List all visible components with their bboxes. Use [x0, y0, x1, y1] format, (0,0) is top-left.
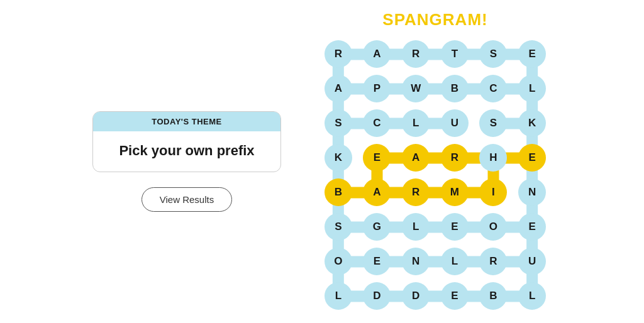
letter-1-2: W [402, 75, 430, 102]
cell-1-3[interactable]: B [435, 72, 474, 106]
cell-6-2[interactable]: N [396, 244, 435, 279]
letter-4-2: R [402, 178, 430, 206]
letter-0-4: S [479, 40, 507, 68]
cell-7-5[interactable]: L [513, 279, 552, 314]
cell-3-2[interactable]: A [396, 141, 435, 175]
letter-3-2: A [402, 144, 430, 172]
cell-3-3[interactable]: R [435, 141, 474, 175]
cell-0-2[interactable]: R [396, 37, 435, 72]
letter-6-1: E [363, 248, 391, 275]
letter-7-2: D [402, 282, 430, 310]
cell-0-5[interactable]: E [513, 37, 552, 72]
letter-6-0: O [325, 248, 352, 275]
cell-1-2[interactable]: W [396, 72, 435, 106]
right-panel: SPANGRAM! RARTSEAPWBCLSCLUSKKEARHEBARMIN… [319, 10, 552, 314]
letter-1-3: B [441, 75, 469, 102]
letter-2-3: U [441, 109, 469, 137]
letter-5-5: E [518, 213, 546, 241]
cell-4-4[interactable]: I [474, 175, 513, 210]
cell-1-4[interactable]: C [474, 72, 513, 106]
cell-1-5[interactable]: L [513, 72, 552, 106]
cell-5-2[interactable]: L [396, 210, 435, 244]
cell-4-3[interactable]: M [435, 175, 474, 210]
letter-1-0: A [325, 75, 352, 102]
letter-4-5: N [518, 178, 546, 206]
cell-3-0[interactable]: K [319, 141, 358, 175]
cell-7-0[interactable]: L [319, 279, 358, 314]
cell-2-1[interactable]: C [358, 106, 397, 141]
letter-7-5: L [518, 282, 546, 310]
cell-6-1[interactable]: E [358, 244, 397, 279]
letter-6-3: L [441, 248, 469, 275]
left-panel: TODAY'S THEME Pick your own prefix View … [92, 111, 281, 212]
cell-0-4[interactable]: S [474, 37, 513, 72]
cell-2-4[interactable]: S [474, 106, 513, 141]
cell-5-5[interactable]: E [513, 210, 552, 244]
letter-4-4: I [479, 178, 507, 206]
cell-1-1[interactable]: P [358, 72, 397, 106]
cell-0-1[interactable]: A [358, 37, 397, 72]
letter-7-4: B [479, 282, 507, 310]
spangram-title: SPANGRAM! [382, 10, 487, 30]
cell-2-0[interactable]: S [319, 106, 358, 141]
letter-7-1: D [363, 282, 391, 310]
letter-4-3: M [441, 178, 469, 206]
letter-5-0: S [325, 213, 352, 241]
page-container: TODAY'S THEME Pick your own prefix View … [0, 0, 644, 323]
cell-6-4[interactable]: R [474, 244, 513, 279]
cell-4-5[interactable]: N [513, 175, 552, 210]
cell-5-1[interactable]: G [358, 210, 397, 244]
cell-5-0[interactable]: S [319, 210, 358, 244]
letter-6-5: U [518, 248, 546, 275]
cell-7-3[interactable]: E [435, 279, 474, 314]
theme-title: Pick your own prefix [93, 131, 280, 172]
theme-label: TODAY'S THEME [93, 112, 280, 131]
cell-4-2[interactable]: R [396, 175, 435, 210]
letter-5-1: G [363, 213, 391, 241]
letter-0-1: A [363, 40, 391, 68]
cell-3-5[interactable]: E [513, 141, 552, 175]
theme-card: TODAY'S THEME Pick your own prefix [92, 111, 281, 172]
letter-0-5: E [518, 40, 546, 68]
cell-6-3[interactable]: L [435, 244, 474, 279]
grid-wrapper: RARTSEAPWBCLSCLUSKKEARHEBARMINSGLEOEOENL… [319, 37, 552, 314]
letter-2-1: C [363, 109, 391, 137]
letter-4-1: A [363, 178, 391, 206]
letter-1-5: L [518, 75, 546, 102]
letter-0-0: R [325, 40, 352, 68]
letter-2-0: S [325, 109, 352, 137]
letter-6-2: N [402, 248, 430, 275]
cell-7-4[interactable]: B [474, 279, 513, 314]
letter-grid: RARTSEAPWBCLSCLUSKKEARHEBARMINSGLEOEOENL… [319, 37, 552, 314]
letter-7-3: E [441, 282, 469, 310]
view-results-button[interactable]: View Results [142, 187, 232, 212]
letter-3-1: E [363, 144, 391, 172]
cell-0-0[interactable]: R [319, 37, 358, 72]
letter-0-2: R [402, 40, 430, 68]
cell-6-5[interactable]: U [513, 244, 552, 279]
cell-5-4[interactable]: O [474, 210, 513, 244]
letter-7-0: L [325, 282, 352, 310]
cell-1-0[interactable]: A [319, 72, 358, 106]
cell-3-1[interactable]: E [358, 141, 397, 175]
letter-3-0: K [325, 144, 352, 172]
letter-5-4: O [479, 213, 507, 241]
cell-3-4[interactable]: H [474, 141, 513, 175]
letter-2-5: K [518, 109, 546, 137]
letter-0-3: T [441, 40, 469, 68]
letter-2-4: S [479, 109, 507, 137]
letter-5-3: E [441, 213, 469, 241]
cell-7-2[interactable]: D [396, 279, 435, 314]
letter-3-3: R [441, 144, 469, 172]
cell-6-0[interactable]: O [319, 244, 358, 279]
cell-5-3[interactable]: E [435, 210, 474, 244]
cell-4-1[interactable]: A [358, 175, 397, 210]
cell-0-3[interactable]: T [435, 37, 474, 72]
cell-2-2[interactable]: L [396, 106, 435, 141]
cell-4-0[interactable]: B [319, 175, 358, 210]
letter-1-1: P [363, 75, 391, 102]
cell-2-5[interactable]: K [513, 106, 552, 141]
cell-2-3[interactable]: U [435, 106, 474, 141]
letter-4-0: B [325, 178, 352, 206]
cell-7-1[interactable]: D [358, 279, 397, 314]
